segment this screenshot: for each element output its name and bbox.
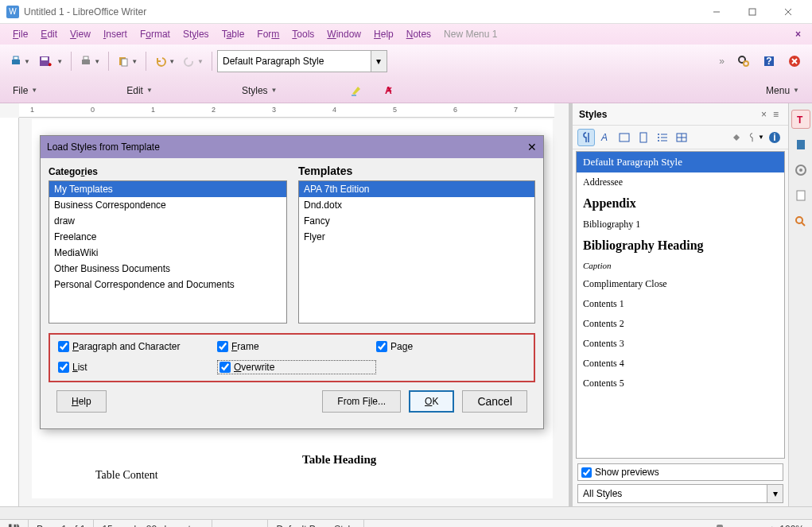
tb2-edit[interactable]: Edit ▼ xyxy=(122,83,157,98)
menu-window[interactable]: Window xyxy=(321,26,367,42)
menu-view[interactable]: View xyxy=(64,26,97,42)
category-item[interactable]: draw xyxy=(49,213,286,229)
list-styles-icon[interactable] xyxy=(654,129,671,146)
close-button[interactable] xyxy=(770,0,806,24)
style-entry[interactable]: Contents 3 xyxy=(577,334,784,354)
tb2-file[interactable]: File ▼ xyxy=(8,83,42,98)
menu-table[interactable]: Table xyxy=(216,26,251,42)
dialog-titlebar[interactable]: Load Styles from Template ✕ xyxy=(41,136,543,158)
toolbar-overflow-button[interactable]: » xyxy=(719,56,723,67)
paste-button[interactable]: ▼ xyxy=(114,49,141,73)
dialog-close-icon[interactable]: ✕ xyxy=(527,141,537,153)
rail-properties-icon[interactable]: T xyxy=(791,110,810,129)
horizontal-ruler[interactable]: 1012345678 xyxy=(19,103,554,118)
template-item[interactable]: Fancy xyxy=(299,213,534,229)
show-previews-checkbox[interactable]: Show previews xyxy=(577,463,783,481)
combo-dropdown-icon[interactable]: ▾ xyxy=(767,485,783,502)
print-button[interactable]: ▼ xyxy=(6,49,33,73)
list-checkbox[interactable]: List xyxy=(58,360,217,374)
paragraph-checkbox[interactable]: Paragraph and Character xyxy=(58,341,217,352)
horizontal-scrollbar[interactable] xyxy=(0,506,812,519)
page-style-status[interactable]: Default Page Style xyxy=(268,520,363,527)
menu-form[interactable]: Form xyxy=(251,26,286,42)
highlight-icon[interactable] xyxy=(345,79,367,103)
paragraph-style-combo[interactable]: Default Paragraph Style ▾ xyxy=(217,50,387,72)
menu-tools[interactable]: Tools xyxy=(286,26,321,42)
character-styles-icon[interactable]: A xyxy=(596,129,614,146)
page-status[interactable]: Page 1 of 1 xyxy=(29,520,94,527)
rail-page-icon[interactable] xyxy=(791,135,810,154)
menu-help[interactable]: Help xyxy=(367,26,400,42)
rail-gallery-icon[interactable] xyxy=(791,161,810,180)
help-icon[interactable]: ? xyxy=(758,49,780,73)
fill-format-icon[interactable] xyxy=(728,129,745,146)
category-item[interactable]: Freelance xyxy=(49,229,286,245)
frame-checkbox[interactable]: Frame xyxy=(217,341,376,352)
template-item[interactable]: Dnd.dotx xyxy=(299,197,534,213)
style-entry[interactable]: Appendix xyxy=(577,192,784,215)
page-checkbox[interactable]: Page xyxy=(376,341,519,352)
menu-edit[interactable]: Edit xyxy=(34,26,64,42)
tb2-styles[interactable]: Styles ▼ xyxy=(237,83,282,98)
style-entry[interactable]: Bibliography Heading xyxy=(577,234,784,257)
from-file-button[interactable]: From File... xyxy=(322,390,401,413)
menu-file[interactable]: File xyxy=(6,26,34,42)
style-entry[interactable]: Contents 1 xyxy=(577,294,784,314)
category-item[interactable]: Other Business Documents xyxy=(49,261,286,277)
tb2-menu[interactable]: Menu ▼ xyxy=(761,83,804,98)
zoom-value[interactable]: 100% xyxy=(779,524,804,528)
styles-panel-close-icon[interactable]: × xyxy=(758,109,770,120)
style-entry[interactable]: Contents 5 xyxy=(577,374,784,393)
templates-list[interactable]: APA 7th EditionDnd.dotxFancyFlyer xyxy=(298,180,535,324)
category-item[interactable]: Personal Correspondence and Documents xyxy=(49,277,286,293)
category-item[interactable]: Business Correspondence xyxy=(49,197,286,213)
styles-panel-menu-icon[interactable]: ≡ xyxy=(770,109,782,120)
template-item[interactable]: Flyer xyxy=(299,229,534,245)
page-styles-icon[interactable] xyxy=(635,129,652,146)
style-entry[interactable]: Caption xyxy=(577,257,784,274)
menu-format[interactable]: Format xyxy=(134,26,177,42)
styles-filter-combo[interactable]: All Styles ▾ xyxy=(577,484,783,503)
undo-button[interactable]: ▼ xyxy=(151,49,178,73)
zoom-out-icon[interactable]: − xyxy=(659,524,664,528)
vertical-ruler[interactable] xyxy=(0,118,19,506)
close-toolbar-icon[interactable] xyxy=(783,49,806,73)
category-item[interactable]: My Templates xyxy=(49,181,286,197)
export-pdf-button[interactable]: ▼ xyxy=(76,49,103,73)
styles-list[interactable]: Default Paragraph StyleAddresseeAppendix… xyxy=(576,151,785,459)
save-button[interactable]: ●▼ xyxy=(35,49,66,73)
ok-button[interactable]: OK xyxy=(409,390,454,413)
menu-insert[interactable]: Insert xyxy=(97,26,134,42)
style-entry[interactable]: Contents 2 xyxy=(577,314,784,334)
template-item[interactable]: APA 7th Edition xyxy=(299,181,534,197)
overwrite-checkbox[interactable]: Overwrite xyxy=(217,360,376,374)
styles-info-icon[interactable]: i xyxy=(766,129,783,146)
menu-newmenu[interactable]: New Menu 1 xyxy=(437,26,503,42)
combo-dropdown-icon[interactable]: ▾ xyxy=(371,51,387,72)
frame-styles-icon[interactable] xyxy=(616,129,633,146)
menu-notes[interactable]: Notes xyxy=(400,26,437,42)
categories-list[interactable]: My TemplatesBusiness CorrespondencedrawF… xyxy=(49,180,287,324)
clear-format-icon[interactable]: A xyxy=(375,79,398,103)
style-entry[interactable]: Bibliography 1 xyxy=(577,215,784,234)
redo-button[interactable]: ▼ xyxy=(180,49,207,73)
rail-navigator-icon[interactable] xyxy=(791,186,810,205)
rail-inspect-icon[interactable] xyxy=(791,211,810,231)
new-style-icon[interactable]: ▼ xyxy=(747,129,764,146)
table-styles-icon[interactable] xyxy=(673,129,690,146)
menu-styles[interactable]: Styles xyxy=(177,26,216,42)
style-entry[interactable]: Default Paragraph Style xyxy=(577,152,784,172)
close-document-button[interactable]: × xyxy=(791,29,806,40)
paragraph-styles-icon[interactable] xyxy=(577,129,595,146)
style-entry[interactable]: Complimentary Close xyxy=(577,274,784,294)
save-status-icon[interactable]: 💾 xyxy=(0,520,29,527)
style-entry[interactable]: Contents 4 xyxy=(577,354,784,374)
word-count[interactable]: 15 words, 82 characters xyxy=(94,520,212,527)
minimize-button[interactable] xyxy=(698,0,734,24)
maximize-button[interactable] xyxy=(734,0,770,24)
zoom-in-icon[interactable]: + xyxy=(769,524,775,528)
cancel-button[interactable]: Cancel xyxy=(462,390,527,413)
style-entry[interactable]: Addressee xyxy=(577,172,784,192)
help-button[interactable]: Help xyxy=(56,390,107,413)
category-item[interactable]: MediaWiki xyxy=(49,245,286,261)
